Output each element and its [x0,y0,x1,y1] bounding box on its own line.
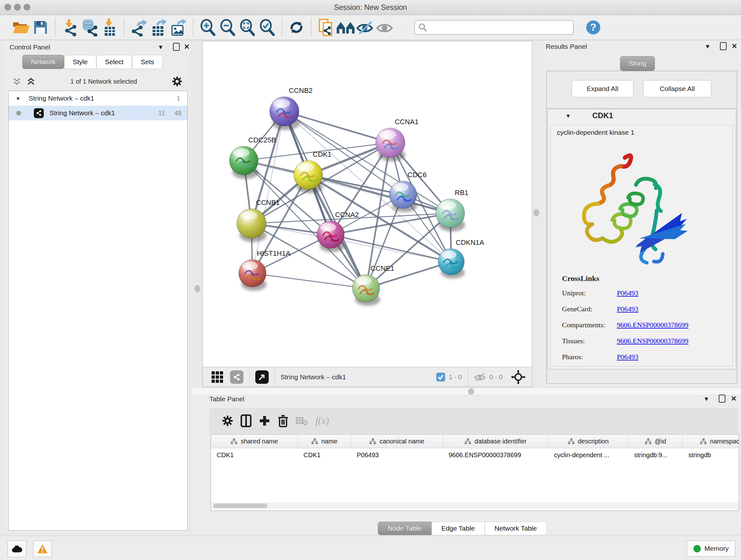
node-label: HIST1H1A [257,249,290,257]
tab-edge-table[interactable]: Edge Table [431,522,485,535]
save-session-button[interactable] [30,17,51,37]
node-table[interactable]: shared namenamecanonical namedatabase id… [211,434,739,511]
search-input[interactable] [428,21,573,34]
show-all-button[interactable] [375,17,395,37]
table-panel-float-icon[interactable] [719,395,725,402]
network-canvas[interactable]: CCNB2CCNA1CDC25BCDK1CDC6RB1CCNB1CCNA2CDK… [203,41,532,367]
tab-string[interactable]: String [620,56,655,71]
table-cell[interactable]: stringdb:9... [628,451,683,459]
table-cell[interactable]: stringdb [683,451,739,459]
tab-sets[interactable]: Sets [132,55,163,69]
table-cell[interactable]: cyclin-dependent ... [548,451,628,459]
network-node-ccna1[interactable]: CCNA1 [376,118,419,161]
delete-column-icon[interactable] [274,413,292,429]
add-column-icon[interactable] [255,413,274,429]
table-panel-menu-icon[interactable]: ▼ [703,396,710,402]
birdseye-grid-icon[interactable] [211,371,224,383]
collapse-all-icon[interactable] [12,77,22,86]
export-table-button[interactable] [149,17,169,37]
column-header-name[interactable]: name [298,435,351,448]
crosslink-link[interactable]: 9606.ENSP00000378699 [617,337,688,345]
apply-layout-button[interactable] [286,17,307,37]
cloud-button[interactable] [8,541,26,557]
column-header-canonical-name[interactable]: canonical name [351,435,443,448]
tab-network-table[interactable]: Network Table [485,522,547,535]
node-result-content: cyclin-dependent kinase 1 [550,125,733,367]
open-session-button[interactable] [11,17,30,37]
network-node-cdk1[interactable]: CDK1 [294,150,332,193]
network-node-hist1h1a[interactable]: HIST1H1A [239,249,290,291]
section-collapse-icon[interactable]: ▼ [565,113,571,119]
memory-button[interactable]: Memory [687,541,735,557]
network-view-toolbar: String Network – cdk1 1 - 0 0 - 0 [203,367,532,387]
network-row[interactable]: String Network – cdk1 11 48 [9,106,187,120]
pan-crosshair-icon[interactable] [511,370,526,384]
tab-node-table[interactable]: Node Table [378,522,431,535]
new-network-from-selection-button[interactable] [316,17,336,37]
table-cell[interactable]: CDK1 [298,451,351,459]
horizontal-splitter-handle[interactable] [468,388,474,395]
zoom-out-button[interactable] [218,17,238,37]
zoom-in-button[interactable] [198,17,218,37]
import-network-file-button[interactable] [60,17,80,37]
table-hscrollbar-thumb[interactable] [213,503,267,508]
control-panel-close-icon[interactable]: ✕ [184,44,190,51]
expand-all-icon[interactable] [26,77,36,86]
network-node-ccnb2[interactable]: CCNB2 [270,86,313,130]
control-panel-float-icon[interactable] [173,43,180,51]
table-hscrollbar[interactable] [211,503,738,509]
right-splitter-handle[interactable] [534,209,539,216]
column-header--id[interactable]: @id [628,435,683,448]
network-collection-row[interactable]: ▼ String Network – cdk1 1 [9,91,187,106]
collapse-all-button[interactable]: Collapse All [643,80,711,98]
expand-all-button[interactable]: Expand All [571,80,633,98]
crosslink-link[interactable]: P06493 [617,353,638,361]
network-node-rb1[interactable]: RB1 [436,189,468,232]
results-panel-menu-icon[interactable]: ▼ [704,44,711,50]
hide-selected-button[interactable] [355,17,375,37]
export-network-button[interactable] [129,17,149,37]
horizontal-splitter[interactable] [192,388,741,395]
help-button[interactable]: ? [583,17,603,37]
table-options-gear-icon[interactable] [218,413,237,429]
open-in-new-window-icon[interactable] [255,370,269,384]
column-header-description[interactable]: description [548,435,628,448]
table-panel-close-icon[interactable]: ✕ [731,395,737,402]
collection-expand-icon[interactable]: ▼ [16,96,20,101]
import-network-database-button[interactable] [80,17,99,37]
results-panel-float-icon[interactable] [720,42,727,50]
search-box[interactable] [414,20,574,35]
table-cell[interactable]: 9606.ENSP00000378699 [443,451,548,459]
zoom-selected-button[interactable] [257,17,277,37]
column-header-namespace[interactable]: namespace [683,435,739,448]
crosslink-link[interactable]: P06493 [617,305,638,313]
network-share-icon[interactable] [230,370,244,384]
network-options-gear-icon[interactable] [172,76,183,87]
tab-select[interactable]: Select [96,55,132,69]
column-header-shared-name[interactable]: shared name [211,435,298,448]
first-neighbors-button[interactable] [336,17,355,37]
table-cell[interactable]: CDK1 [211,451,298,459]
left-splitter-handle[interactable] [195,285,200,292]
table-cell[interactable]: P06493 [351,451,443,459]
crosslink-link[interactable]: 9606.ENSP00000378699 [617,321,688,329]
selected-checkbox-icon[interactable] [436,372,446,382]
zoom-fit-icon [239,19,256,36]
tab-network[interactable]: Network [22,55,64,69]
network-view: CCNB2CCNA1CDC25BCDK1CDC6RB1CCNB1CCNA2CDK… [202,41,532,387]
warnings-button[interactable] [33,541,52,557]
node-label: CCNE1 [370,264,394,272]
tab-style[interactable]: Style [64,55,96,69]
export-image-button[interactable] [169,17,188,37]
show-columns-icon[interactable] [237,413,255,429]
results-panel-close-icon[interactable]: ✕ [731,43,737,50]
search-icon [418,23,428,32]
import-table-button[interactable] [99,17,119,37]
network-node-ccne1[interactable]: CCNE1 [352,264,394,306]
table-row[interactable]: CDK1CDK1P064939606.ENSP00000378699cyclin… [211,448,739,462]
column-header-database-identifier[interactable]: database identifier [443,435,548,448]
zoom-fit-button[interactable] [238,17,257,37]
network-node-cdkn1a[interactable]: CDKN1A [438,239,484,278]
control-panel-menu-icon[interactable]: ▼ [158,44,164,50]
crosslink-link[interactable]: P06493 [617,289,638,297]
